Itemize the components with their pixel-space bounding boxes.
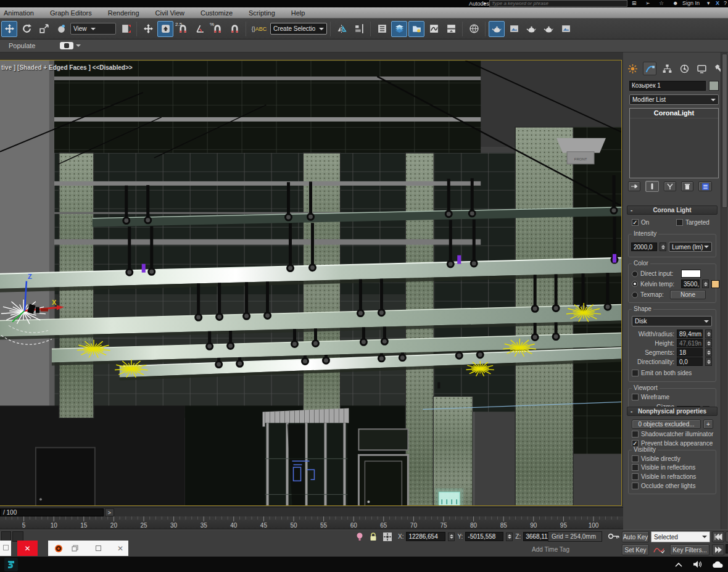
- populate-label[interactable]: Populate: [9, 42, 35, 49]
- time-slider-next-button[interactable]: >: [105, 508, 114, 516]
- object-color-swatch[interactable]: [709, 81, 719, 91]
- add-time-tag-label[interactable]: Add Time Tag: [532, 546, 569, 553]
- snaps-toggle-button[interactable]: 2.5: [175, 21, 191, 37]
- menu-rendering[interactable]: Rendering: [108, 9, 139, 17]
- recorder-app-icon[interactable]: [54, 544, 63, 553]
- x-coordinate-field[interactable]: 12286,654: [406, 532, 445, 541]
- make-unique-button[interactable]: [664, 181, 676, 191]
- width-spinner[interactable]: [705, 330, 712, 338]
- menu-animation[interactable]: Animation: [4, 9, 34, 17]
- visible-refractions-row[interactable]: Visible in refractions: [632, 473, 696, 480]
- emit-both-sides-checkbox[interactable]: [632, 370, 639, 376]
- edit-named-selections-button[interactable]: {}ABC: [249, 21, 269, 37]
- kelvin-field[interactable]: 3500,0: [681, 280, 700, 288]
- schematic-view-button[interactable]: [443, 21, 459, 37]
- menu-civil-view[interactable]: Civil View: [155, 9, 184, 17]
- named-selection-set-dropdown[interactable]: Create Selection Se: [270, 23, 327, 35]
- render-last-button[interactable]: [558, 21, 574, 37]
- occlude-lights-row[interactable]: Occlude other lights: [632, 483, 695, 489]
- tab-create[interactable]: [626, 62, 639, 75]
- stack-item-coronalight[interactable]: CoronaLight: [630, 109, 718, 118]
- kelvin-radio[interactable]: [632, 281, 638, 287]
- x-spinner[interactable]: [448, 533, 455, 541]
- select-and-move-button[interactable]: [1, 21, 17, 37]
- ribbon-toggle-button[interactable]: [408, 21, 424, 37]
- rendered-frame-window-button[interactable]: [506, 21, 522, 37]
- intensity-spinner[interactable]: [660, 242, 666, 251]
- tray-expand-icon[interactable]: [675, 562, 682, 567]
- auto-key-button[interactable]: Auto Key: [622, 531, 649, 542]
- add-exclude-button[interactable]: +: [703, 420, 713, 429]
- direct-color-swatch[interactable]: [681, 270, 701, 278]
- kelvin-spinner[interactable]: [702, 280, 709, 288]
- scene-explorer-button[interactable]: [374, 21, 390, 37]
- viewport-label[interactable]: tive ] [Shaded + Edged Faces ] <<Disable…: [1, 64, 133, 71]
- show-end-result-button[interactable]: [645, 181, 659, 192]
- visible-reflections-row[interactable]: Visible in reflections: [632, 464, 695, 471]
- y-spinner[interactable]: [506, 533, 513, 541]
- current-frame-field[interactable]: 0: [726, 544, 728, 553]
- texmap-none-button[interactable]: None: [670, 290, 706, 299]
- select-and-scale-button[interactable]: [36, 21, 52, 37]
- kelvin-color-swatch[interactable]: [711, 280, 719, 288]
- chevron-down-icon[interactable]: ▾: [707, 0, 710, 7]
- modifier-list-dropdown[interactable]: Modifier List: [629, 94, 719, 105]
- go-to-start-button[interactable]: [712, 531, 724, 542]
- next-frame-button[interactable]: [712, 544, 724, 555]
- material-editor-button[interactable]: [489, 21, 505, 37]
- render-iterative-button[interactable]: [540, 21, 556, 37]
- spinner-snap-button[interactable]: [226, 21, 242, 37]
- visible-refractions-checkbox[interactable]: [632, 473, 639, 480]
- select-object-button[interactable]: [157, 21, 173, 37]
- exchange-icon[interactable]: X: [716, 0, 719, 7]
- volume-icon[interactable]: [693, 560, 702, 568]
- chevron-right-icon[interactable]: ▸: [484, 0, 487, 7]
- shadowcatcher-checkbox[interactable]: [632, 431, 639, 437]
- wireframe-row[interactable]: Wireframe: [632, 394, 669, 400]
- selection-set-filter-dropdown[interactable]: Selected: [651, 531, 710, 542]
- help-icon[interactable]: ?: [724, 0, 727, 7]
- visible-directly-row[interactable]: Visible directly: [632, 455, 680, 462]
- render-setup-button[interactable]: [466, 21, 482, 37]
- configure-modifier-sets-button[interactable]: [698, 181, 712, 191]
- menu-graph-editors[interactable]: Graph Editors: [50, 9, 92, 17]
- minimize-icon[interactable]: [96, 545, 101, 551]
- shape-type-dropdown[interactable]: Disk: [632, 316, 712, 326]
- time-slider[interactable]: / 100 >: [0, 507, 623, 516]
- menu-scripting[interactable]: Scripting: [249, 9, 275, 17]
- direct-input-radio[interactable]: [632, 271, 638, 277]
- onedrive-cloud-icon[interactable]: [713, 561, 723, 568]
- rollout-nonphysical[interactable]: -Nonphysical properties: [627, 407, 718, 416]
- set-key-button[interactable]: Set Key: [622, 544, 649, 555]
- directionality-field[interactable]: 0,0: [677, 357, 703, 366]
- segments-field[interactable]: 18: [677, 348, 703, 357]
- select-and-rotate-button[interactable]: [19, 21, 35, 37]
- time-slider-value[interactable]: / 100: [0, 508, 104, 516]
- emit-both-sides-row[interactable]: Emit on both sides: [632, 370, 692, 376]
- objects-excluded-button[interactable]: 0 objects excluded...: [632, 420, 701, 429]
- 3dsmax-taskbar-icon[interactable]: [4, 558, 18, 571]
- tab-motion[interactable]: [677, 62, 691, 75]
- curve-editor-button[interactable]: [426, 21, 442, 37]
- mirror-button[interactable]: [334, 21, 350, 37]
- remove-modifier-button[interactable]: [681, 181, 693, 191]
- intensity-field[interactable]: 2000,0: [631, 242, 657, 251]
- search-input[interactable]: [489, 0, 627, 7]
- height-spinner[interactable]: [705, 339, 712, 347]
- tab-display[interactable]: [695, 62, 708, 75]
- targeted-checkbox[interactable]: [676, 219, 683, 226]
- wireframe-checkbox[interactable]: [632, 394, 639, 400]
- panel-scrollbar[interactable]: [721, 52, 727, 529]
- align-button[interactable]: [351, 21, 367, 37]
- layer-explorer-button[interactable]: [391, 21, 407, 37]
- visible-reflections-checkbox[interactable]: [632, 464, 639, 471]
- copy-icon[interactable]: [72, 545, 78, 552]
- key-mode-toggle[interactable]: [651, 544, 666, 555]
- populate-tool[interactable]: [60, 42, 81, 49]
- intensity-unit-dropdown[interactable]: Lumen (lm): [669, 242, 712, 252]
- segments-spinner[interactable]: [705, 348, 712, 357]
- select-and-move-crosshair-button[interactable]: [140, 21, 156, 37]
- grid-icon[interactable]: ⊞: [632, 0, 637, 7]
- occlude-lights-checkbox[interactable]: [632, 483, 639, 489]
- percent-snap-button[interactable]: %: [209, 21, 225, 37]
